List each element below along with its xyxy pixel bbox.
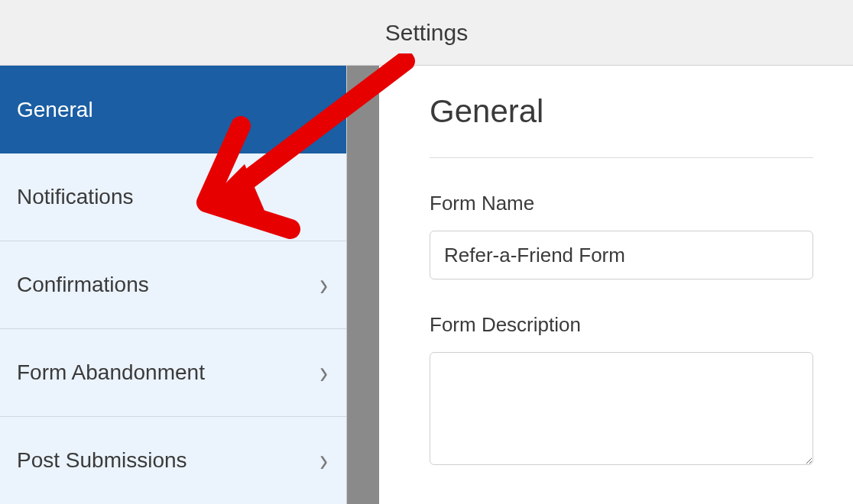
- sidebar-item-label: General: [17, 98, 93, 122]
- sidebar-item-label: Confirmations: [17, 273, 149, 297]
- divider: [430, 157, 813, 158]
- form-name-input[interactable]: [430, 231, 813, 279]
- settings-sidebar: General Notifications Confirmations › Fo…: [0, 66, 347, 504]
- chevron-right-icon: ›: [319, 354, 328, 391]
- sidebar-item-form-abandonment[interactable]: Form Abandonment ›: [0, 329, 346, 417]
- body-wrap: General Notifications Confirmations › Fo…: [0, 66, 853, 504]
- settings-header: Settings: [0, 0, 853, 66]
- chevron-right-icon: ›: [319, 442, 328, 479]
- sidebar-item-label: Notifications: [17, 185, 134, 209]
- sidebar-item-label: Post Submissions: [17, 448, 187, 473]
- form-description-label: Form Description: [430, 313, 813, 337]
- form-name-label: Form Name: [430, 192, 813, 215]
- sidebar-item-label: Form Abandonment: [17, 360, 205, 385]
- sidebar-item-post-submissions[interactable]: Post Submissions ›: [0, 417, 346, 504]
- main-panel: General Form Name Form Description: [379, 66, 853, 504]
- form-description-input[interactable]: [430, 352, 813, 465]
- header-title: Settings: [385, 20, 468, 46]
- sidebar-item-notifications[interactable]: Notifications: [0, 153, 346, 241]
- main-heading: General: [430, 93, 813, 130]
- chevron-right-icon: ›: [319, 267, 328, 303]
- sidebar-item-general[interactable]: General: [0, 66, 346, 153]
- sidebar-item-confirmations[interactable]: Confirmations ›: [0, 241, 346, 329]
- gap-strip: [347, 66, 379, 504]
